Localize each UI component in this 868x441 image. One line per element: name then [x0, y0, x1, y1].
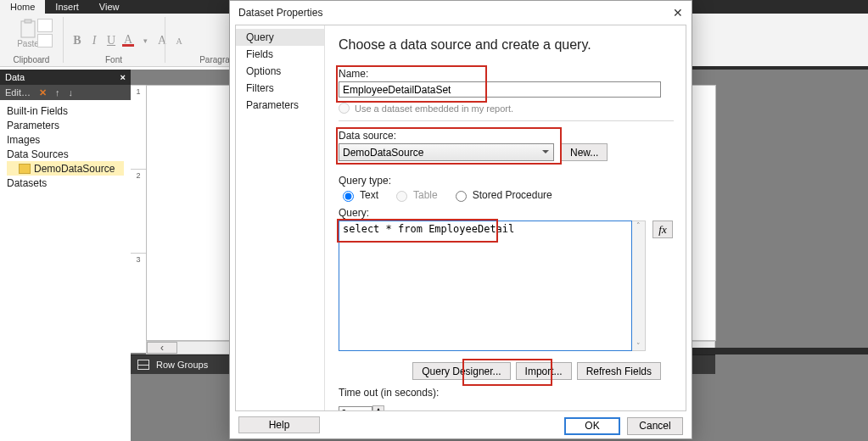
querytype-table: Table: [392, 188, 438, 202]
folder-icon: [19, 164, 31, 174]
close-icon[interactable]: ×: [120, 72, 126, 82]
data-tree: Built-in Fields Parameters Images Data S…: [0, 100, 131, 193]
ruler-vertical: 1 2 3: [131, 85, 147, 353]
category-list: Query Fields Options Filters Parameters: [236, 25, 325, 410]
query-pane: Choose a data source and create a query.…: [325, 25, 686, 410]
embedded-dataset-label: Use a dataset embedded in my report.: [355, 103, 513, 114]
querytype-text[interactable]: Text: [339, 188, 378, 202]
shrink-font-icon[interactable]: A: [173, 36, 185, 46]
scroll-up-icon[interactable]: ˄: [636, 221, 641, 230]
category-options[interactable]: Options: [236, 63, 324, 80]
dialog-body: Query Fields Options Filters Parameters …: [235, 25, 686, 411]
tree-datasets[interactable]: Datasets: [7, 176, 124, 190]
ribbon-tab-view[interactable]: View: [89, 0, 130, 14]
dialog-titlebar: Dataset Properties ✕: [230, 1, 692, 25]
query-scrollbar[interactable]: ˄˅: [632, 220, 646, 351]
dataset-name-input[interactable]: [339, 81, 661, 98]
delete-icon[interactable]: ✕: [39, 87, 47, 98]
tree-parameters[interactable]: Parameters: [7, 118, 124, 132]
timeout-up-button[interactable]: ▲: [372, 405, 384, 410]
tree-data-sources[interactable]: Data Sources: [7, 147, 124, 161]
category-query[interactable]: Query: [236, 29, 324, 46]
edit-button[interactable]: Edit…: [5, 87, 31, 98]
querytype-label: Query type:: [339, 175, 674, 187]
timeout-label: Time out (in seconds):: [339, 387, 674, 399]
new-datasource-button[interactable]: New...: [561, 143, 608, 161]
move-down-icon[interactable]: ↓: [68, 87, 73, 98]
dataset-properties-dialog: Dataset Properties ✕ Query Fields Option…: [229, 0, 692, 439]
category-fields[interactable]: Fields: [236, 46, 324, 63]
tree-demodatasource[interactable]: DemoDataSource: [7, 161, 124, 176]
refresh-fields-button[interactable]: Refresh Fields: [577, 362, 661, 380]
query-label: Query:: [339, 207, 674, 219]
move-up-icon[interactable]: ↑: [55, 87, 60, 98]
grid-icon: [137, 360, 149, 370]
data-panel: Data × Edit… ✕ ↑ ↓ Built-in Fields Param…: [0, 70, 132, 441]
data-panel-title: Data ×: [0, 70, 131, 85]
import-button[interactable]: Import...: [516, 362, 572, 380]
dialog-footer: OK Cancel: [230, 413, 692, 438]
ribbon-tab-insert[interactable]: Insert: [45, 0, 89, 14]
datasource-select[interactable]: DemoDataSource: [339, 143, 554, 161]
embedded-dataset-radio: [339, 103, 350, 114]
row-groups-label: Row Groups: [156, 360, 208, 370]
dark-strip-lower: [691, 348, 868, 354]
tree-builtin-fields[interactable]: Built-in Fields: [7, 103, 124, 118]
querytype-storedproc[interactable]: Stored Procedure: [451, 188, 552, 202]
category-parameters[interactable]: Parameters: [236, 97, 324, 114]
pane-heading: Choose a data source and create a query.: [339, 37, 674, 53]
scroll-left-icon[interactable]: ‹: [147, 342, 177, 354]
query-textarea[interactable]: select * from EmployeeDetail: [339, 220, 632, 351]
tree-images[interactable]: Images: [7, 132, 124, 147]
close-icon[interactable]: ✕: [673, 6, 683, 20]
cancel-button[interactable]: Cancel: [627, 417, 683, 435]
dialog-title-text: Dataset Properties: [238, 7, 322, 19]
query-designer-button[interactable]: Query Designer...: [412, 362, 510, 380]
tree-demodatasource-label: DemoDataSource: [34, 163, 115, 175]
group-clipboard-label: Clipboard: [14, 54, 50, 66]
scroll-down-icon[interactable]: ˅: [636, 342, 641, 350]
name-label: Name:: [339, 68, 674, 80]
data-panel-title-text: Data: [5, 72, 25, 82]
ribbon-tab-home[interactable]: Home: [0, 0, 45, 14]
category-filters[interactable]: Filters: [236, 80, 324, 97]
data-panel-toolbar: Edit… ✕ ↑ ↓: [0, 85, 131, 100]
datasource-label: Data source:: [339, 130, 674, 142]
ok-button[interactable]: OK: [564, 417, 620, 435]
group-font-label: Font: [105, 54, 122, 66]
timeout-input[interactable]: [339, 406, 372, 411]
divider: [339, 120, 674, 121]
expression-button[interactable]: fx: [652, 220, 673, 238]
